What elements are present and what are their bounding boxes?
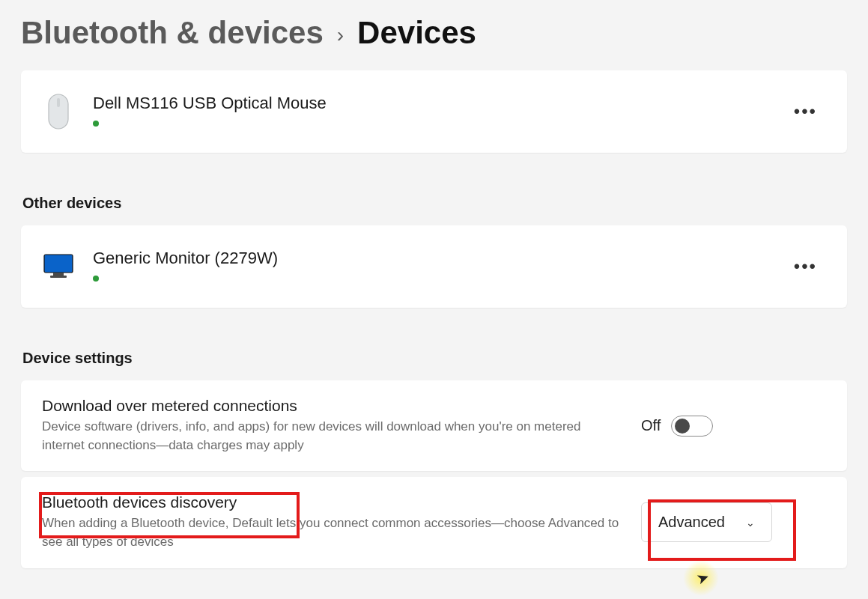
svg-rect-1 [57,98,60,107]
setting-title: Download over metered connections [42,397,626,415]
select-value: Advanced [658,514,725,531]
status-dot-icon [93,121,99,127]
setting-desc: When adding a Bluetooth device, Default … [42,514,626,551]
setting-discovery: Bluetooth devices discovery When adding … [21,477,847,568]
device-more-button[interactable]: ••• [785,250,826,283]
device-text: Generic Monitor (2279W) [93,249,785,285]
svg-rect-2 [44,255,73,273]
metered-toggle[interactable] [671,416,713,437]
breadcrumb-parent[interactable]: Bluetooth & devices [21,15,324,51]
discovery-select[interactable]: Advanced ⌄ [641,502,772,542]
device-name: Generic Monitor (2279W) [93,249,785,268]
toggle-label: Off [641,417,661,434]
device-more-button[interactable]: ••• [785,95,826,128]
device-name: Dell MS116 USB Optical Mouse [93,94,785,113]
chevron-down-icon: ⌄ [746,517,755,529]
device-text: Dell MS116 USB Optical Mouse [93,94,785,130]
svg-rect-4 [50,276,67,278]
device-card-mouse[interactable]: Dell MS116 USB Optical Mouse ••• [21,70,847,153]
section-title-settings: Device settings [22,350,847,367]
setting-desc: Device software (drivers, info, and apps… [42,418,626,454]
status-dot-icon [93,276,99,282]
chevron-right-icon: › [337,23,344,47]
monitor-icon [42,246,75,288]
toggle-knob-icon [675,419,690,434]
mouse-icon [42,91,75,133]
setting-metered: Download over metered connections Device… [21,380,847,471]
breadcrumb-current: Devices [357,15,476,51]
setting-title: Bluetooth devices discovery [42,493,626,511]
breadcrumb: Bluetooth & devices › Devices [21,15,847,51]
section-title-other: Other devices [22,195,847,212]
cursor-icon: ➤ [694,568,711,589]
toggle-wrap: Off [641,416,713,437]
svg-rect-3 [53,273,64,276]
device-card-monitor[interactable]: Generic Monitor (2279W) ••• [21,225,847,308]
